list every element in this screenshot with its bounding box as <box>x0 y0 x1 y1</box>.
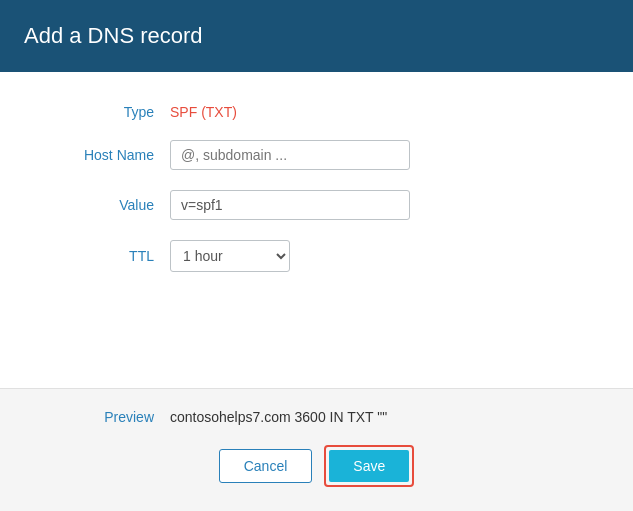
ttl-label: TTL <box>60 248 170 264</box>
dialog-header: Add a DNS record <box>0 0 633 72</box>
button-row: Cancel Save <box>60 445 573 487</box>
preview-row: Preview contosohelps7.com 3600 IN TXT "" <box>60 409 573 425</box>
type-value: SPF (TXT) <box>170 104 237 120</box>
preview-value: contosohelps7.com 3600 IN TXT "" <box>170 409 387 425</box>
preview-label: Preview <box>60 409 170 425</box>
footer-section: Preview contosohelps7.com 3600 IN TXT ""… <box>0 388 633 511</box>
save-button[interactable]: Save <box>329 450 409 482</box>
value-row: Value <box>60 190 573 220</box>
type-row: Type SPF (TXT) <box>60 104 573 120</box>
dialog-title: Add a DNS record <box>24 23 203 49</box>
page-wrapper: Add a DNS record Type SPF (TXT) Host Nam… <box>0 0 633 511</box>
cancel-button[interactable]: Cancel <box>219 449 313 483</box>
hostname-label: Host Name <box>60 147 170 163</box>
hostname-input[interactable] <box>170 140 410 170</box>
content-area: Type SPF (TXT) Host Name Value TTL 1 hou… <box>0 72 633 511</box>
value-input[interactable] <box>170 190 410 220</box>
type-paren: (TXT) <box>201 104 237 120</box>
save-button-wrapper: Save <box>324 445 414 487</box>
value-label: Value <box>60 197 170 213</box>
type-text: SPF <box>170 104 201 120</box>
ttl-select[interactable]: 1 hour30 minutes2 hours6 hours12 hours1 … <box>170 240 290 272</box>
hostname-row: Host Name <box>60 140 573 170</box>
form-section: Type SPF (TXT) Host Name Value TTL 1 hou… <box>0 72 633 388</box>
type-label: Type <box>60 104 170 120</box>
ttl-row: TTL 1 hour30 minutes2 hours6 hours12 hou… <box>60 240 573 272</box>
